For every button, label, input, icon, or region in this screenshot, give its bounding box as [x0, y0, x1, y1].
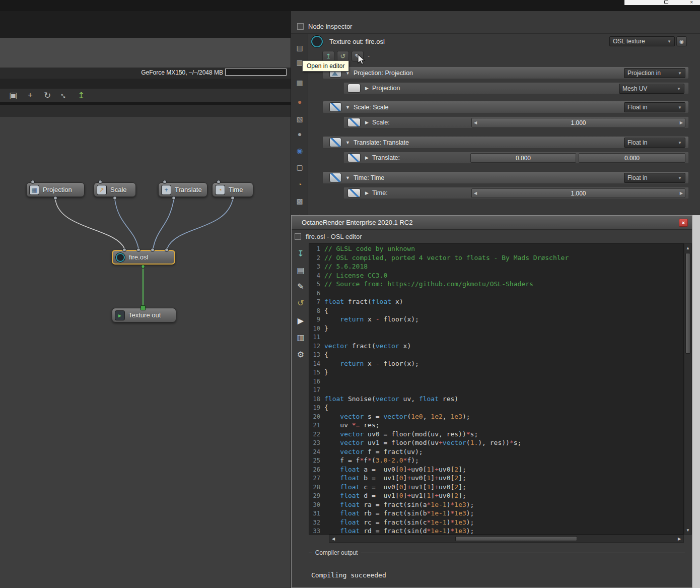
scroll-down-button[interactable]: ▼	[684, 527, 691, 534]
caret-right-icon[interactable]: ▶	[365, 86, 369, 91]
close-icon: ×	[690, 0, 693, 5]
editor-panel-checkbox[interactable]	[295, 233, 301, 240]
reload-icon: ↺	[340, 52, 346, 60]
graph-node-translate[interactable]: +Translate	[158, 182, 207, 197]
node-type-dropdown[interactable]: OSL texture ▼	[609, 36, 675, 46]
load-icon-button[interactable]: ↥	[322, 51, 334, 61]
scroll-up-button[interactable]: ▲	[684, 244, 691, 251]
host-close-button[interactable]: ×	[690, 0, 693, 5]
load-icon: ↥	[326, 52, 331, 60]
caret-right-icon[interactable]: ▶	[365, 190, 369, 195]
preview-toggle-button[interactable]: ◉	[676, 36, 687, 46]
node-pin[interactable]	[217, 180, 221, 184]
node-pin[interactable]	[31, 180, 35, 184]
graph-node-fire-osl[interactable]: fire.osl	[112, 250, 175, 265]
line-number: 3	[309, 263, 324, 272]
dropdown-value: Float in	[627, 174, 647, 181]
node-pin[interactable]	[172, 196, 176, 200]
run-icon[interactable]: ▶	[295, 314, 307, 326]
line-number: 21	[309, 421, 324, 430]
selected-node-label: Texture out: fire.osl	[329, 38, 385, 45]
scale-slider[interactable]: ◀ 1.000 ▶	[471, 118, 685, 127]
param-label: Projection	[372, 85, 400, 92]
node-pin[interactable]	[53, 196, 57, 200]
select-box-icon[interactable]: ▣	[7, 89, 19, 101]
texout-node-icon: ▸	[115, 311, 124, 320]
group-label: Time: Time	[354, 174, 384, 181]
window-titlebar[interactable]: OctaneRender Enterprise 2020.1 RC2 ×	[292, 216, 692, 230]
scroll-left-button[interactable]: ◀	[330, 535, 337, 542]
scroll-right-button[interactable]: ▶	[676, 535, 683, 542]
save-icon[interactable]: ▤	[295, 264, 307, 276]
group-time: ▼ Time: Time Float in ▼ ▶ Time: ◀ 1.000 …	[291, 171, 700, 202]
node-pin[interactable]	[163, 180, 167, 184]
line-number: 29	[309, 492, 324, 501]
node-pin[interactable]	[122, 248, 126, 252]
param-row: ▶ Translate: 0.000 0.000	[343, 152, 689, 164]
code-line: 11	[309, 333, 683, 342]
graph-node-time[interactable]: ◔Time	[212, 182, 253, 197]
scrollbar-thumb[interactable]	[685, 253, 690, 354]
caret-down-icon[interactable]: ▼	[345, 175, 350, 180]
group-header[interactable]: ▼ Translate: Translate Float in ▼	[322, 136, 689, 149]
scrollbar-thumb[interactable]	[455, 536, 577, 541]
group-header[interactable]: ▼ Projection: Projection Projection in ▼	[322, 67, 689, 79]
caret-down-icon[interactable]: ▼	[345, 140, 350, 145]
node-inspector-panel: Node inspector ▤▥▦●▧●◉▢◔▩▲ Texture out: …	[291, 11, 700, 215]
line-number: 20	[309, 413, 324, 422]
background-window-edge	[692, 215, 700, 588]
editor-toolbar: ↧▤✎↺▶▥⚙	[293, 243, 309, 587]
projection-mode-dropdown[interactable]: Mesh UV ▼	[619, 84, 684, 94]
graph-node-scale[interactable]: ↗Scale	[94, 182, 136, 197]
pin-type-dropdown[interactable]: Float in ▼	[624, 102, 685, 112]
node-pin[interactable]	[113, 196, 117, 200]
code-line: 12vector fract(vector x)	[309, 342, 683, 351]
edit-icon[interactable]: ✎	[295, 280, 307, 292]
translate-x-field[interactable]: 0.000	[470, 153, 576, 163]
group-header[interactable]: ▼ Time: Time Float in ▼	[322, 171, 689, 184]
window-restore-button[interactable]	[664, 0, 670, 5]
time-slider[interactable]: ◀ 1.000 ▶	[471, 188, 685, 198]
caret-right-icon[interactable]: ▶	[365, 120, 369, 125]
line-number: 33	[309, 527, 324, 535]
compiler-output-label: Compiler output	[315, 549, 358, 556]
load-icon[interactable]: ↧	[295, 247, 307, 259]
pin-type-dropdown[interactable]: Projection in ▼	[624, 68, 685, 78]
pin-type-dropdown[interactable]: Float in ▼	[624, 138, 685, 148]
panel-checkbox[interactable]	[297, 23, 304, 30]
param-label: Time:	[372, 189, 388, 197]
pin-type-dropdown[interactable]: Float in ▼	[624, 173, 685, 183]
graph-node-projection[interactable]: ▦Projection	[26, 182, 85, 197]
axis-icon[interactable]: ↥	[75, 89, 87, 101]
top-bar	[0, 0, 700, 11]
group-header[interactable]: ▼ Scale: Scale Float in ▼	[322, 101, 689, 113]
node-pin[interactable]	[165, 248, 169, 252]
slider-right-arrow[interactable]: ▶	[680, 191, 683, 195]
copy-icon[interactable]: ▥	[295, 331, 307, 343]
revert-icon[interactable]: ↺	[295, 297, 307, 309]
window-close-button[interactable]: ×	[679, 219, 688, 227]
node-pin[interactable]	[151, 248, 155, 252]
caret-down-icon[interactable]: ▼	[345, 105, 350, 110]
code-line: 13{	[309, 350, 683, 359]
param-label: Scale:	[372, 119, 390, 126]
slider-right-arrow[interactable]: ▶	[680, 120, 683, 125]
code-editor[interactable]: 1// GLSL code by unknown2// OSL compiled…	[309, 243, 684, 535]
settings-icon[interactable]: ⚙	[295, 348, 307, 360]
rotate-icon[interactable]: ↻	[41, 89, 53, 101]
move-icon[interactable]: +	[24, 89, 36, 101]
node-pin[interactable]	[141, 265, 145, 269]
vertical-scrollbar[interactable]: ▲ ▼	[684, 243, 692, 535]
node-pin[interactable]	[136, 248, 141, 252]
node-label: Scale	[110, 186, 127, 193]
code-line: 25 f = f*f*(3.0-2.0*f);	[309, 456, 683, 465]
translate-y-field[interactable]: 0.000	[579, 153, 685, 163]
node-pin[interactable]	[141, 305, 146, 310]
reload-icon-button[interactable]: ↺	[337, 51, 349, 61]
caret-right-icon[interactable]: ▶	[365, 155, 369, 160]
node-pin[interactable]	[231, 196, 235, 200]
layers-icon[interactable]: ▤	[294, 42, 305, 53]
code-area[interactable]: 1// GLSL code by unknown2// OSL compiled…	[309, 244, 683, 534]
node-pin[interactable]	[98, 180, 102, 184]
horizontal-scrollbar[interactable]: ◀ ▶	[329, 535, 684, 543]
